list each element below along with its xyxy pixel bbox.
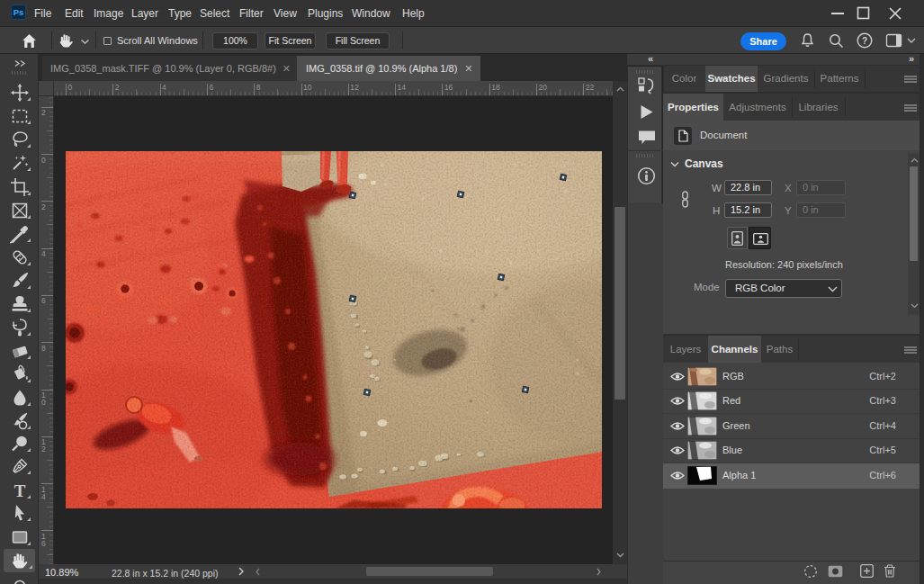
svg-text:T: T xyxy=(14,481,26,500)
svg-text:?: ? xyxy=(862,36,867,46)
